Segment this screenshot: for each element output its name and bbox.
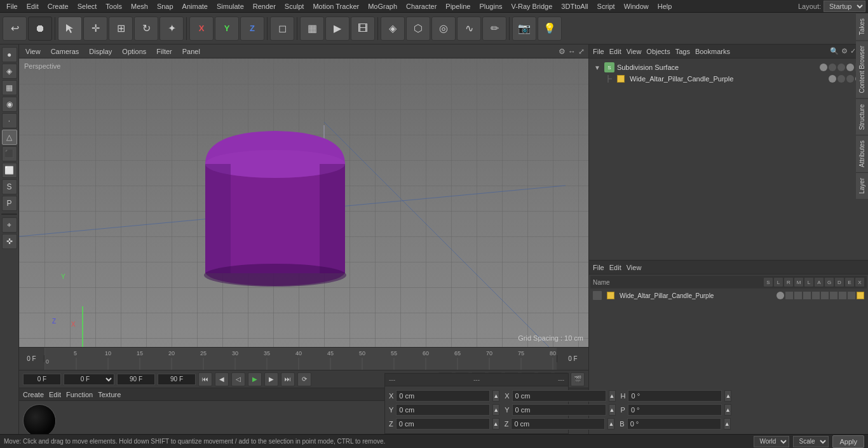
attr-vis[interactable] [776, 292, 784, 299]
coord-btn-h[interactable]: ▲ [724, 390, 731, 402]
playback-frame-end[interactable] [117, 374, 155, 385]
mode-tex[interactable]: ◉ [2, 97, 17, 112]
vp-menu-options[interactable]: Options [119, 46, 149, 57]
playback-frame-start[interactable] [23, 374, 61, 385]
attr-icon5[interactable] [821, 292, 829, 299]
coord-val-x-pos[interactable] [396, 390, 490, 402]
mat-menu-texture[interactable]: Texture [98, 391, 121, 398]
obj-menu-view[interactable]: View [627, 48, 642, 55]
attr-icon2[interactable] [794, 292, 802, 299]
attr-icon7[interactable] [839, 292, 846, 299]
menu-simulate[interactable]: Simulate [213, 1, 248, 11]
playback-frame-current[interactable] [158, 374, 196, 385]
ss-vis-toggle[interactable] [820, 64, 827, 71]
menu-mograph[interactable]: MoGraph [364, 1, 401, 11]
perspective-view-button[interactable]: ⬡ [406, 17, 430, 41]
coord-val-x-size[interactable] [512, 390, 606, 402]
candle-vis-toggle[interactable] [829, 75, 836, 83]
side-tab-layer[interactable]: Layer [856, 172, 868, 199]
transform-tool-button[interactable]: ✦ [159, 17, 184, 41]
axis-y-button[interactable]: Y [215, 17, 239, 41]
coord-btn-z2[interactable]: ▲ [607, 418, 614, 430]
coord-val-y-size[interactable] [512, 404, 606, 416]
light-button[interactable]: 💡 [538, 17, 562, 41]
side-tab-takes[interactable]: Takes [856, 13, 868, 40]
select-tool-button[interactable] [58, 17, 82, 41]
side-tab-content-browser[interactable]: Content Browser [856, 40, 868, 98]
ss-check[interactable] [846, 64, 854, 71]
ss-expand-icon[interactable]: ▼ [594, 64, 600, 71]
attr-menu-edit[interactable]: Edit [609, 264, 621, 271]
candle-render-toggle[interactable] [846, 75, 854, 83]
menu-motion-tracker[interactable]: Motion Tracker [309, 1, 363, 11]
step-back-button[interactable]: ◀ [215, 372, 229, 386]
vp-icon-1[interactable]: ⚙ [559, 47, 566, 56]
apply-button[interactable]: Apply [832, 435, 864, 448]
coord-icon[interactable]: ✜ [2, 234, 17, 249]
attr-object-row[interactable]: Wide_Altar_Pillar_Candle_Purple [590, 288, 867, 302]
attr-icon8[interactable] [848, 292, 855, 299]
obj-menu-bookmarks[interactable]: Bookmarks [695, 48, 730, 55]
candle-object-row[interactable]: Wide_Altar_Pillar_Candle_Purple [592, 74, 865, 84]
coord-val-z-pos[interactable] [396, 418, 490, 430]
vp-icon-2[interactable]: ↔ [568, 47, 576, 56]
redo-button[interactable]: ⏺ [28, 17, 52, 41]
attr-menu-view[interactable]: View [627, 264, 642, 271]
obj-menu-tags[interactable]: Tags [675, 48, 690, 55]
vp-icon-3[interactable]: ⤢ [578, 47, 585, 56]
menu-create[interactable]: Create [44, 1, 72, 11]
menu-render[interactable]: Render [249, 1, 280, 11]
attr-icon4[interactable] [812, 292, 820, 299]
coord-val-y-pos[interactable] [396, 404, 490, 416]
scene-view-button[interactable]: ◈ [381, 17, 405, 41]
coord-val-b[interactable] [627, 418, 721, 430]
axis-x-button[interactable]: X [189, 17, 214, 41]
goto-end-button[interactable]: ⏭ [281, 372, 295, 386]
ss-lock-toggle[interactable] [829, 64, 836, 71]
mode-point[interactable]: · [2, 113, 17, 128]
axis-z-button[interactable]: Z [240, 17, 264, 41]
coord-val-h[interactable] [628, 390, 722, 402]
vp-menu-view[interactable]: View [23, 46, 43, 57]
subdivision-surface-row[interactable]: ▼ S Subdivision Surface [592, 61, 865, 74]
scale-tool-button[interactable]: ⊞ [109, 17, 133, 41]
menu-help[interactable]: Help [654, 1, 676, 11]
mode-uv[interactable]: ▦ [2, 80, 17, 95]
coord-val-p[interactable] [628, 404, 722, 416]
menu-tools[interactable]: Tools [102, 1, 126, 11]
world-dropdown[interactable]: World [754, 436, 789, 447]
object-mode-button[interactable]: ◻ [270, 17, 294, 41]
menu-select[interactable]: Select [74, 1, 101, 11]
menu-script[interactable]: Script [593, 1, 619, 11]
menu-snap[interactable]: Snap [153, 1, 177, 11]
render-view-button[interactable]: ▶ [325, 17, 349, 41]
side-tab-structure[interactable]: Structure [856, 98, 868, 135]
mode-poly[interactable]: ⬛ [2, 146, 17, 161]
goto-start-button[interactable]: ⏮ [198, 372, 212, 386]
vp-menu-panel[interactable]: Panel [180, 46, 203, 57]
vp-menu-filter[interactable]: Filter [154, 46, 174, 57]
spline-tool-button[interactable]: ∿ [457, 17, 481, 41]
3d-viewport[interactable]: X Y Z Perspective Grid Spacing : 10 cm [19, 58, 588, 347]
menu-window[interactable]: Window [620, 1, 653, 11]
obj-search-icon[interactable]: 🔍 [830, 47, 839, 55]
tool-sculpt[interactable]: S [2, 179, 17, 194]
menu-vray[interactable]: V-Ray Bridge [508, 1, 557, 11]
attr-icon3[interactable] [803, 292, 811, 299]
vp-menu-display[interactable]: Display [86, 46, 114, 57]
obj-menu-objects[interactable]: Objects [646, 48, 670, 55]
attr-menu-file[interactable]: File [593, 264, 604, 271]
attr-yellow-icon[interactable] [857, 292, 864, 299]
coord-btn-y2[interactable]: ▲ [609, 404, 616, 416]
candle-lock-toggle[interactable] [837, 75, 845, 83]
mat-menu-create[interactable]: Create [23, 391, 44, 398]
menu-edit[interactable]: Edit [23, 1, 43, 11]
playback-frame-selector[interactable]: 0 F [64, 374, 114, 385]
vp-menu-cameras[interactable]: Cameras [48, 46, 82, 57]
tool-knife[interactable]: ⬜ [2, 163, 17, 178]
ss-render-toggle[interactable] [837, 64, 845, 71]
front-view-button[interactable]: ◎ [431, 17, 456, 41]
coord-btn-x1[interactable]: ▲ [492, 390, 499, 402]
menu-character[interactable]: Character [402, 1, 440, 11]
menu-sculpt[interactable]: Sculpt [281, 1, 308, 11]
